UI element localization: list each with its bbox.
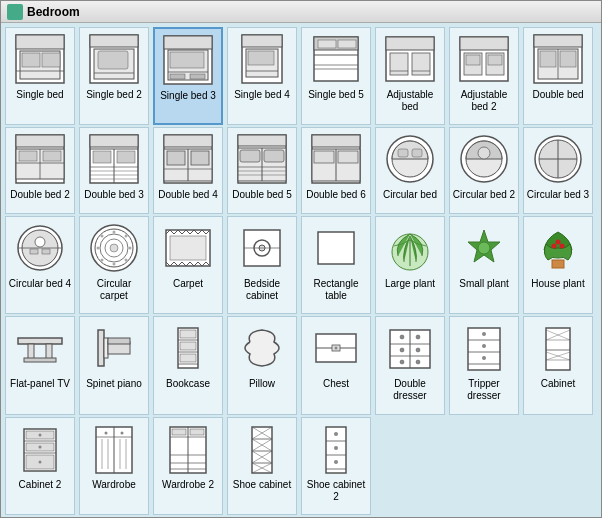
item-small-plant[interactable]: Small plant <box>449 216 519 314</box>
item-img-adjustable-bed <box>382 31 438 87</box>
svg-point-129 <box>552 243 557 248</box>
svg-rect-137 <box>98 330 104 366</box>
item-chest[interactable]: Chest <box>301 316 371 414</box>
item-label-adjustable-bed-2: Adjustable bed 2 <box>452 89 516 113</box>
item-circular-bed-3[interactable]: Circular bed 3 <box>523 127 593 213</box>
svg-point-195 <box>121 431 124 434</box>
svg-rect-204 <box>252 427 272 473</box>
item-double-bed-3[interactable]: Double bed 3 <box>79 127 149 213</box>
svg-point-156 <box>400 335 404 339</box>
item-single-bed[interactable]: Single bed <box>5 27 75 125</box>
svg-point-102 <box>35 237 45 247</box>
item-cabinet-2[interactable]: Cabinet 2 <box>5 417 75 515</box>
svg-point-117 <box>101 258 104 261</box>
item-double-bed-6[interactable]: Double bed 6 <box>301 127 371 213</box>
item-label-small-plant: Small plant <box>459 278 508 290</box>
item-circular-bed-2[interactable]: Circular bed 2 <box>449 127 519 213</box>
svg-rect-1 <box>16 35 64 49</box>
item-img-double-bed-5 <box>234 131 290 187</box>
svg-point-131 <box>556 239 561 244</box>
svg-point-110 <box>110 244 118 252</box>
item-tripper-dresser[interactable]: Tripper dresser <box>449 316 519 414</box>
item-img-cabinet-2 <box>12 421 68 477</box>
svg-point-114 <box>129 246 132 249</box>
svg-rect-86 <box>338 151 358 163</box>
window-title: Bedroom <box>27 5 80 19</box>
item-wardrobe[interactable]: Wardrobe <box>79 417 149 515</box>
item-carpet[interactable]: Carpet <box>153 216 223 314</box>
svg-rect-76 <box>240 150 260 162</box>
item-circular-carpet[interactable]: Circular carpet <box>79 216 149 314</box>
item-label-shoe-cabinet-2: Shoe cabinet 2 <box>304 479 368 503</box>
svg-rect-85 <box>314 151 334 163</box>
item-adjustable-bed-2[interactable]: Adjustable bed 2 <box>449 27 519 125</box>
item-label-tripper-dresser: Tripper dresser <box>452 378 516 402</box>
item-spinet-piano[interactable]: Spinet piano <box>79 316 149 414</box>
item-bedside-cabinet[interactable]: Bedside cabinet <box>227 216 297 314</box>
item-house-plant[interactable]: House plant <box>523 216 593 314</box>
item-grid: Single bed Single bed 2 <box>1 23 601 518</box>
svg-point-185 <box>39 460 42 463</box>
item-img-pillow <box>234 320 290 376</box>
svg-rect-70 <box>191 151 209 165</box>
item-single-bed-3[interactable]: Single bed 3 <box>153 27 223 125</box>
item-img-single-bed-2 <box>86 31 142 87</box>
svg-rect-146 <box>180 342 196 350</box>
svg-point-184 <box>39 445 42 448</box>
item-double-bed-5[interactable]: Double bed 5 <box>227 127 297 213</box>
svg-rect-59 <box>93 151 111 163</box>
svg-point-194 <box>105 431 108 434</box>
item-img-cabinet <box>530 320 586 376</box>
svg-rect-56 <box>90 135 138 147</box>
svg-rect-82 <box>312 135 360 147</box>
item-double-bed-2[interactable]: Double bed 2 <box>5 127 75 213</box>
item-cabinet[interactable]: Cabinet <box>523 316 593 414</box>
svg-point-161 <box>416 360 420 364</box>
svg-rect-132 <box>552 260 564 268</box>
item-label-pillow: Pillow <box>249 378 275 390</box>
svg-point-118 <box>97 246 100 249</box>
item-shoe-cabinet-2[interactable]: Shoe cabinet 2 <box>301 417 371 515</box>
svg-rect-12 <box>164 36 212 49</box>
item-pillow[interactable]: Pillow <box>227 316 297 414</box>
item-bookcase[interactable]: Bookcase <box>153 316 223 414</box>
item-img-circular-bed-4 <box>12 220 68 276</box>
item-img-small-plant <box>456 220 512 276</box>
item-label-double-bed-2: Double bed 2 <box>10 189 70 201</box>
item-label-adjustable-bed: Adjustable bed <box>378 89 442 113</box>
item-circular-bed-4[interactable]: Circular bed 4 <box>5 216 75 314</box>
item-img-circular-bed <box>382 131 438 187</box>
svg-rect-46 <box>540 51 556 67</box>
item-label-double-bed-4: Double bed 4 <box>158 189 218 201</box>
item-label-wardrobe: Wardrobe <box>92 479 136 491</box>
svg-point-95 <box>478 147 490 159</box>
item-img-tripper-dresser <box>456 320 512 376</box>
svg-point-157 <box>416 335 420 339</box>
svg-rect-125 <box>318 232 354 264</box>
item-img-single-bed-4 <box>234 31 290 87</box>
svg-point-167 <box>482 344 486 348</box>
item-circular-bed[interactable]: Circular bed <box>375 127 445 213</box>
item-large-plant[interactable]: Large plant <box>375 216 445 314</box>
item-rectangle-table[interactable]: Rectangle table <box>301 216 371 314</box>
item-img-bedside-cabinet <box>234 220 290 276</box>
item-img-double-bed-6 <box>308 131 364 187</box>
item-double-bed-4[interactable]: Double bed 4 <box>153 127 223 213</box>
svg-rect-5 <box>42 53 60 67</box>
svg-rect-104 <box>30 249 38 254</box>
item-wardrobe-2[interactable]: Wardrobe 2 <box>153 417 223 515</box>
item-single-bed-5[interactable]: Single bed 5 <box>301 27 371 125</box>
item-single-bed-4[interactable]: Single bed 4 <box>227 27 297 125</box>
item-shoe-cabinet[interactable]: Shoe cabinet <box>227 417 297 515</box>
item-flat-panel-tv[interactable]: Flat-panel TV <box>5 316 75 414</box>
item-double-bed[interactable]: Double bed <box>523 27 593 125</box>
item-label-rectangle-table: Rectangle table <box>304 278 368 302</box>
svg-point-113 <box>125 234 128 237</box>
svg-rect-60 <box>117 151 135 163</box>
item-single-bed-2[interactable]: Single bed 2 <box>79 27 149 125</box>
svg-rect-19 <box>242 35 282 47</box>
item-adjustable-bed[interactable]: Adjustable bed <box>375 27 445 125</box>
item-double-dresser[interactable]: Double dresser <box>375 316 445 414</box>
item-label-double-bed-6: Double bed 6 <box>306 189 366 201</box>
item-img-wardrobe <box>86 421 142 477</box>
